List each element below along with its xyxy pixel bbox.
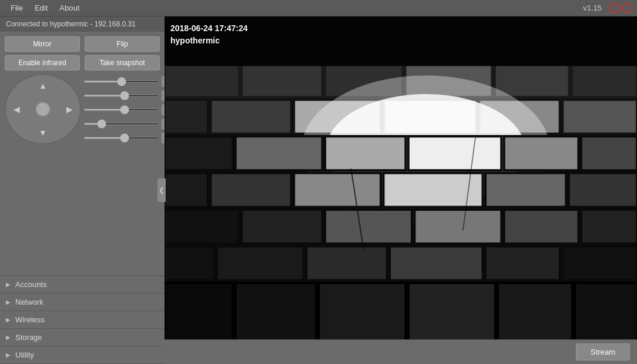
svg-rect-7	[165, 100, 208, 134]
svg-rect-19	[504, 136, 579, 170]
connection-status: Connected to hypothermic - 192.168.0.31	[6, 20, 136, 28]
chevron-right-icon: ▶	[6, 352, 11, 358]
controls-area: Mirror Flip Enable infrared Take snapsho…	[0, 32, 165, 150]
svg-rect-36	[390, 246, 483, 280]
svg-rect-41	[318, 283, 405, 339]
flip-button[interactable]: Flip	[85, 36, 160, 52]
svg-rect-25	[485, 173, 566, 207]
svg-rect-23	[294, 173, 381, 207]
mirror-button[interactable]: Mirror	[5, 36, 80, 52]
sidebar-item-label-accounts: Accounts	[15, 280, 46, 289]
slider-3[interactable]	[83, 109, 159, 111]
sidebar-item-wireless[interactable]: ▶ Wireless	[0, 311, 165, 329]
svg-rect-32	[581, 210, 637, 244]
svg-rect-37	[485, 246, 560, 280]
chevron-right-icon: ▶	[6, 334, 11, 341]
svg-rect-33	[165, 246, 214, 280]
svg-rect-18	[408, 136, 502, 170]
svg-rect-6	[572, 63, 637, 97]
svg-rect-26	[569, 173, 637, 207]
main-layout: Connected to hypothermic - 192.168.0.31 …	[0, 16, 637, 364]
svg-rect-2	[242, 63, 323, 97]
ptz-up-button[interactable]: ▲	[36, 79, 50, 93]
left-panel: Connected to hypothermic - 192.168.0.31 …	[0, 16, 165, 364]
svg-rect-42	[408, 283, 495, 339]
sidebar-nav: ▶ Accounts ▶ Network ▶ Wireless ▶ Storag…	[0, 275, 165, 364]
sidebar-item-network[interactable]: ▶ Network	[0, 294, 165, 311]
ptz-joystick: ▲ ▼ ◀ ▶	[5, 74, 81, 144]
svg-rect-8	[210, 100, 291, 134]
infrared-snapshot-row: Enable infrared Take snapshot	[5, 55, 160, 70]
ptz-center-button[interactable]	[35, 102, 51, 117]
window-button-1[interactable]	[609, 3, 619, 14]
camera-device-name: hypothermic	[170, 35, 248, 47]
svg-rect-31	[504, 210, 579, 244]
svg-rect-5	[495, 63, 569, 97]
version-label: v1.15	[583, 4, 602, 12]
camera-feed: 2018-06-24 17:47:24 hypothermic	[165, 16, 637, 339]
svg-rect-35	[306, 246, 387, 280]
svg-rect-20	[581, 136, 637, 170]
connection-bar: Connected to hypothermic - 192.168.0.31	[0, 16, 165, 32]
menu-file[interactable]: File	[5, 0, 29, 16]
take-snapshot-button[interactable]: Take snapshot	[85, 55, 160, 70]
slider-1[interactable]	[83, 80, 159, 83]
slider-2[interactable]	[83, 95, 159, 97]
slider-4[interactable]	[83, 123, 159, 125]
svg-rect-43	[498, 283, 572, 339]
svg-rect-39	[165, 283, 233, 339]
sidebar-item-utility[interactable]: ▶ Utility	[0, 346, 165, 364]
svg-rect-38	[562, 246, 637, 280]
sidebar-item-label-network: Network	[15, 298, 43, 306]
chevron-right-icon: ▶	[6, 281, 11, 288]
camera-overlay: 2018-06-24 17:47:24 hypothermic	[170, 22, 248, 47]
ptz-sliders-area: ▲ ▼ ◀ ▶ 50 55	[5, 74, 160, 146]
svg-rect-27	[165, 210, 239, 244]
ptz-left-button[interactable]: ◀	[9, 102, 24, 116]
sidebar-item-label-storage: Storage	[15, 333, 42, 342]
collapse-panel-button[interactable]: ❮	[157, 178, 166, 202]
menu-about[interactable]: About	[53, 0, 85, 16]
svg-rect-12	[562, 100, 637, 134]
menu-edit[interactable]: Edit	[29, 0, 53, 16]
chevron-right-icon: ▶	[6, 316, 11, 323]
camera-image	[165, 16, 637, 339]
enable-infrared-button[interactable]: Enable infrared	[5, 55, 80, 70]
stream-button[interactable]: Stream	[576, 343, 630, 360]
bottom-bar: Stream	[165, 339, 637, 364]
sidebar-item-label-utility: Utility	[15, 350, 34, 359]
window-button-2[interactable]	[622, 3, 632, 14]
svg-rect-40	[236, 283, 317, 339]
svg-rect-1	[165, 63, 239, 97]
svg-rect-22	[210, 173, 291, 207]
mirror-flip-row: Mirror Flip	[5, 36, 160, 52]
svg-rect-30	[414, 210, 501, 244]
svg-rect-44	[575, 283, 637, 339]
svg-rect-21	[165, 173, 208, 207]
svg-rect-34	[217, 246, 304, 280]
svg-rect-28	[242, 210, 323, 244]
slider-5[interactable]	[83, 137, 159, 139]
right-area: ❮	[165, 16, 637, 364]
svg-rect-29	[325, 210, 412, 244]
ptz-down-button[interactable]: ▼	[36, 126, 50, 140]
sidebar-item-storage[interactable]: ▶ Storage	[0, 329, 165, 346]
spacer	[0, 150, 165, 275]
chevron-right-icon: ▶	[6, 299, 11, 305]
sidebar-item-label-wireless: Wireless	[15, 315, 45, 324]
ptz-right-button[interactable]: ▶	[62, 102, 76, 116]
svg-rect-15	[165, 136, 233, 170]
camera-timestamp: 2018-06-24 17:47:24	[170, 22, 248, 35]
sidebar-item-accounts[interactable]: ▶ Accounts	[0, 276, 165, 294]
menubar: File Edit About v1.15	[0, 0, 637, 16]
svg-rect-16	[236, 136, 323, 170]
svg-rect-17	[325, 136, 406, 170]
